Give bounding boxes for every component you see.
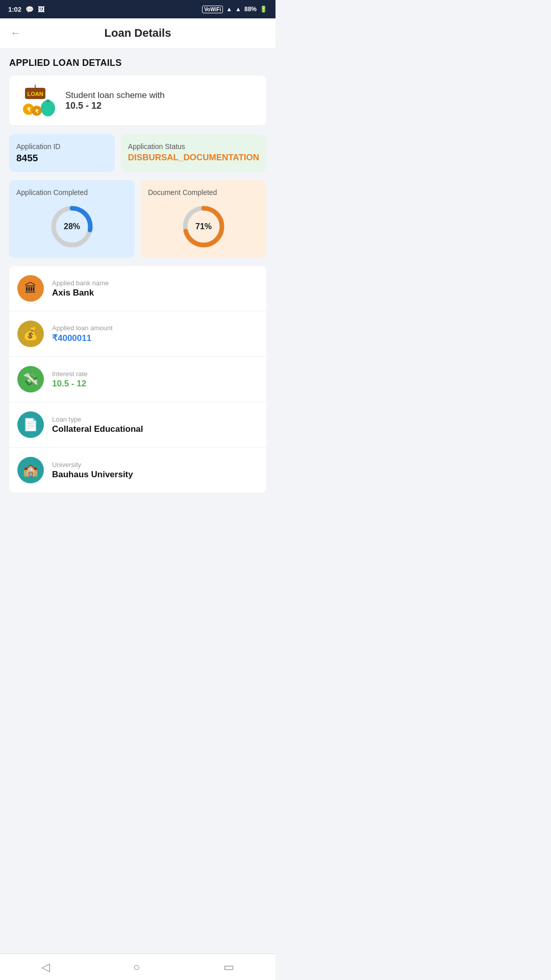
app-completed-label: Application Completed xyxy=(16,188,88,197)
loan-rate-range: 10.5 - 12 xyxy=(65,101,102,111)
bank-sublabel: Applied bank name xyxy=(52,279,109,287)
app-completed-donut: 28% xyxy=(49,204,95,250)
application-id-card: Application ID 8455 xyxy=(9,134,115,172)
details-section: 🏛 Applied bank name Axis Bank 💰 Applied … xyxy=(9,266,266,493)
rate-sublabel: Interest rate xyxy=(52,370,87,378)
doc-completed-label: Document Completed xyxy=(148,188,217,197)
application-status-card: Application Status DISBURSAL_DOCUMENTATI… xyxy=(121,134,266,172)
cards-grid: Application ID 8455 Application Status D… xyxy=(9,134,266,172)
svg-text:LOAN: LOAN xyxy=(27,91,43,97)
loan-scheme-text: Student loan scheme with 10.5 - 12 xyxy=(65,90,165,111)
app-completed-donut-wrap: 28% xyxy=(16,204,128,250)
status-bar: 1:02 💬 🖼 VoWiFi ▲ ▲ 88% 🔋 xyxy=(0,0,276,18)
battery-text: 88% xyxy=(244,6,257,13)
app-status-value: DISBURSAL_DOCUMENTATION xyxy=(128,153,259,163)
doc-completed-donut: 71% xyxy=(181,204,227,250)
rate-texts: Interest rate 10.5 - 12 xyxy=(52,370,87,389)
page-title: Loan Details xyxy=(105,27,171,40)
main-content: APPLIED LOAN DETAILS LOAN ₹ ₹ Student lo… xyxy=(0,48,276,533)
status-left: 1:02 💬 🖼 xyxy=(8,6,44,13)
completion-cards-grid: Application Completed 28% Document Compl… xyxy=(9,180,266,258)
university-sublabel: University xyxy=(52,461,133,469)
app-id-label: Application ID xyxy=(16,142,108,151)
detail-row-amount: 💰 Applied loan amount ₹4000011 xyxy=(9,311,266,357)
rate-value: 10.5 - 12 xyxy=(52,379,87,389)
bank-icon: 🏛 xyxy=(17,275,44,302)
svg-text:₹: ₹ xyxy=(27,107,31,113)
battery-icon: 🔋 xyxy=(260,6,267,13)
app-completed-card: Application Completed 28% xyxy=(9,180,135,258)
university-value: Bauhaus University xyxy=(52,470,133,480)
doc-completed-pct: 71% xyxy=(195,222,212,231)
bank-value: Axis Bank xyxy=(52,288,109,298)
app-status-label: Application Status xyxy=(128,142,259,151)
detail-row-bank: 🏛 Applied bank name Axis Bank xyxy=(9,266,266,311)
detail-row-rate: 💸 Interest rate 10.5 - 12 xyxy=(9,357,266,402)
svg-rect-9 xyxy=(46,100,49,103)
app-completed-pct: 28% xyxy=(64,222,80,231)
wifi-icon: ▲ xyxy=(226,6,232,13)
amount-texts: Applied loan amount ₹4000011 xyxy=(52,324,113,344)
amount-sublabel: Applied loan amount xyxy=(52,324,113,332)
status-right: VoWiFi ▲ ▲ 88% 🔋 xyxy=(202,6,267,13)
loantype-value: Collateral Educational xyxy=(52,424,143,434)
back-button[interactable]: ← xyxy=(10,27,21,40)
detail-row-university: 🏫 University Bauhaus University xyxy=(9,448,266,493)
section-title: APPLIED LOAN DETAILS xyxy=(9,58,266,68)
loantype-sublabel: Loan type xyxy=(52,415,143,423)
university-icon: 🏫 xyxy=(17,457,44,483)
app-id-value: 8455 xyxy=(16,153,108,164)
detail-row-loantype: 📄 Loan type Collateral Educational xyxy=(9,402,266,448)
vowifi-icon: VoWiFi xyxy=(202,6,223,13)
doc-completed-donut-wrap: 71% xyxy=(148,204,259,250)
amount-value: ₹4000011 xyxy=(52,333,113,344)
loan-illustration: LOAN ₹ ₹ xyxy=(17,83,58,118)
status-time: 1:02 xyxy=(8,6,21,13)
loantype-texts: Loan type Collateral Educational xyxy=(52,415,143,434)
university-texts: University Bauhaus University xyxy=(52,461,133,480)
whatsapp-icon: 💬 xyxy=(26,6,34,13)
rate-icon: 💸 xyxy=(17,366,44,393)
image-icon: 🖼 xyxy=(38,6,44,13)
loan-banner: LOAN ₹ ₹ Student loan scheme with 10.5 -… xyxy=(9,76,266,126)
bank-texts: Applied bank name Axis Bank xyxy=(52,279,109,298)
loantype-icon: 📄 xyxy=(17,411,44,438)
amount-icon: 💰 xyxy=(17,321,44,347)
header: ← Loan Details xyxy=(0,18,276,48)
signal-icon: ▲ xyxy=(235,6,241,13)
svg-text:₹: ₹ xyxy=(35,109,39,114)
doc-completed-card: Document Completed 71% xyxy=(141,180,266,258)
